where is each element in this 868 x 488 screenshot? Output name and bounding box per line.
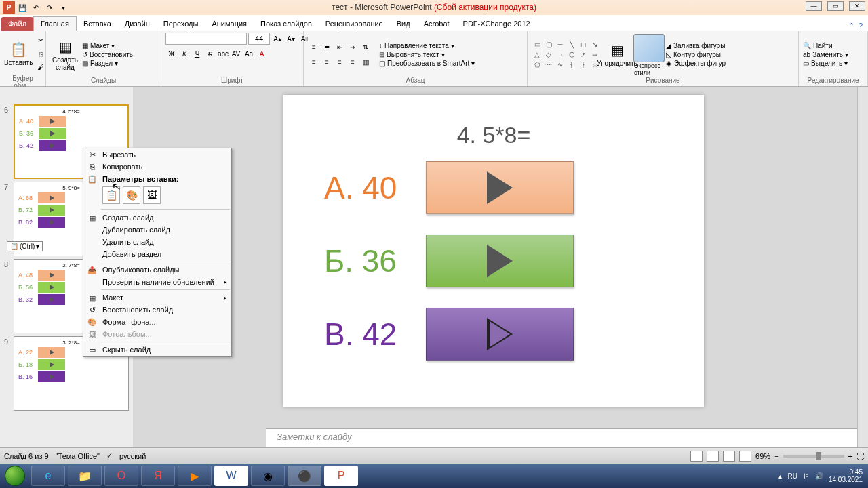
taskbar-chrome-icon[interactable]: ◉ <box>251 466 285 486</box>
reset-button[interactable]: ↺ Восстановить <box>82 51 133 58</box>
notes-pane[interactable]: Заметки к слайду <box>266 428 857 447</box>
tab-view[interactable]: Вид <box>390 17 417 30</box>
maximize-button[interactable]: ▭ <box>827 1 844 11</box>
section-button[interactable]: ▤ Раздел ▾ <box>82 60 133 67</box>
ctx-new-slide[interactable]: ▦Создать слайд <box>83 211 231 224</box>
answer-b-button[interactable] <box>426 235 574 287</box>
cut-icon[interactable]: ✂ <box>35 34 47 46</box>
ctx-publish-slides[interactable]: 📤Опубликовать слайды <box>83 264 231 276</box>
grow-font-icon[interactable]: A▴ <box>271 33 283 45</box>
ribbon-minimize-icon[interactable]: ⌃ <box>848 22 854 30</box>
zoom-in-icon[interactable]: + <box>848 452 852 460</box>
shapes-gallery[interactable]: ▭▢─╲◻↘ △◇○⬡↗⇒ ⬠〰∿{}☆ <box>532 40 600 70</box>
ctx-delete-slide[interactable]: Удалить слайд <box>83 236 231 248</box>
ctx-reset-slide[interactable]: ↺Восстановить слайд <box>83 304 231 316</box>
arrange-button[interactable]: ▦Упорядочить <box>602 34 632 76</box>
increase-indent-icon[interactable]: ⇥ <box>347 41 359 54</box>
taskbar-yandex-icon[interactable]: Я <box>141 466 175 486</box>
tab-pdfxchange[interactable]: PDF-XChange 2012 <box>456 17 537 30</box>
qat-dropdown-icon[interactable]: ▾ <box>57 1 69 14</box>
tab-review[interactable]: Рецензирование <box>319 17 390 30</box>
align-text-button[interactable]: ⊟ Выровнять текст ▾ <box>379 51 475 58</box>
paste-button[interactable]: 📋Вставить <box>4 33 33 75</box>
text-direction-button[interactable]: ↕ Направление текста ▾ <box>379 42 475 49</box>
paste-options-badge[interactable]: 📋 (Ctrl) ▾ <box>7 241 43 251</box>
italic-icon[interactable]: К <box>178 47 191 60</box>
tab-home[interactable]: Главная <box>33 16 77 31</box>
format-painter-icon[interactable]: 🖌 <box>35 61 47 73</box>
paste-picture-icon[interactable]: 🖼 <box>143 186 161 204</box>
font-color-icon[interactable]: A <box>256 47 268 60</box>
taskbar-opera-icon[interactable]: O <box>104 466 138 486</box>
select-button[interactable]: ▭ Выделить ▾ <box>803 60 848 67</box>
ctx-duplicate-slide[interactable]: Дублировать слайд <box>83 224 231 236</box>
columns-icon[interactable]: ▥ <box>359 56 372 68</box>
undo-icon[interactable]: ↶ <box>30 1 42 14</box>
ctx-add-section[interactable]: Добавить раздел <box>83 248 231 260</box>
replace-button[interactable]: ab Заменить ▾ <box>803 51 848 58</box>
reading-view-icon[interactable] <box>723 451 735 462</box>
minimize-button[interactable]: — <box>806 1 822 11</box>
tray-expand-icon[interactable]: ▴ <box>778 472 782 480</box>
ctx-check-updates[interactable]: Проверить наличие обновлений▸ <box>83 276 231 288</box>
smartart-button[interactable]: ◫ Преобразовать в SmartArt ▾ <box>379 60 475 67</box>
app-icon[interactable]: P <box>3 1 15 14</box>
align-center-icon[interactable]: ≡ <box>321 56 333 68</box>
normal-view-icon[interactable] <box>690 451 703 462</box>
status-spellcheck-icon[interactable]: ✓ <box>106 451 113 460</box>
tray-flag-icon[interactable]: 🏳 <box>803 472 810 480</box>
ctx-copy[interactable]: ⎘Копировать <box>83 161 231 173</box>
sorter-view-icon[interactable] <box>707 451 719 462</box>
ctx-format-background[interactable]: 🎨Формат фона... <box>83 316 231 328</box>
bold-icon[interactable]: Ж <box>165 47 178 60</box>
taskbar-obs-icon[interactable]: ⚫ <box>288 466 321 486</box>
strikethrough-icon[interactable]: S̶ <box>204 47 216 60</box>
quick-styles-button[interactable]: Экспресс-стили <box>634 34 664 76</box>
new-slide-button[interactable]: ▦Создать слайд <box>50 34 80 76</box>
taskbar-player-icon[interactable]: ▶ <box>178 466 212 486</box>
redo-icon[interactable]: ↷ <box>43 1 56 14</box>
shape-effects-button[interactable]: ◉ Эффекты фигур <box>666 60 726 67</box>
taskbar-word-icon[interactable]: W <box>214 466 248 486</box>
taskbar-explorer-icon[interactable]: 📁 <box>68 466 102 486</box>
answer-a-button[interactable] <box>426 161 574 214</box>
align-right-icon[interactable]: ≡ <box>334 56 346 68</box>
paste-keep-source-icon[interactable]: 📋 <box>102 186 120 204</box>
help-icon[interactable]: ? <box>859 22 863 30</box>
justify-icon[interactable]: ≡ <box>347 56 359 68</box>
shape-fill-button[interactable]: ◢ Заливка фигуры <box>666 42 726 49</box>
tab-design[interactable]: Дизайн <box>118 17 157 30</box>
tray-network-icon[interactable]: 🔊 <box>815 472 823 480</box>
taskbar-ie-icon[interactable]: e <box>31 466 65 486</box>
font-size-input[interactable] <box>248 33 270 45</box>
ctx-cut[interactable]: ✂Вырезать <box>83 148 231 161</box>
layout-button[interactable]: ▦ Макет ▾ <box>82 42 133 49</box>
answer-c-button[interactable] <box>426 308 574 361</box>
tray-lang[interactable]: RU <box>787 472 797 480</box>
tab-acrobat[interactable]: Acrobat <box>417 17 456 30</box>
spacing-icon[interactable]: AV <box>230 47 242 60</box>
vertical-scrollbar[interactable] <box>857 87 868 447</box>
start-button[interactable] <box>0 464 30 488</box>
zoom-out-icon[interactable]: − <box>774 452 778 460</box>
tab-transitions[interactable]: Переходы <box>157 17 205 30</box>
shrink-font-icon[interactable]: A▾ <box>285 33 297 45</box>
decrease-indent-icon[interactable]: ⇤ <box>334 41 346 54</box>
tab-insert[interactable]: Вставка <box>77 17 118 30</box>
fit-window-icon[interactable]: ⛶ <box>856 452 864 460</box>
numbering-icon[interactable]: ≣ <box>321 41 333 54</box>
case-icon[interactable]: Aa <box>243 47 255 60</box>
close-button[interactable]: ✕ <box>849 1 865 11</box>
slideshow-view-icon[interactable] <box>739 451 751 462</box>
slide-content[interactable]: 4. 5*8= А. 40 Б. 36 В. 42 <box>283 95 704 407</box>
tray-clock[interactable]: 0:4514.03.2021 <box>829 468 863 483</box>
taskbar-powerpoint-icon[interactable]: P <box>324 466 358 486</box>
paste-use-theme-icon[interactable]: 🎨 <box>123 186 140 204</box>
status-language[interactable]: русский <box>119 452 146 460</box>
ctx-layout[interactable]: ▦Макет▸ <box>83 291 231 304</box>
align-left-icon[interactable]: ≡ <box>308 56 320 68</box>
zoom-slider[interactable] <box>783 455 844 458</box>
tab-animations[interactable]: Анимация <box>205 17 254 30</box>
shape-outline-button[interactable]: ◺ Контур фигуры <box>666 51 726 58</box>
ctx-hide-slide[interactable]: ▭Скрыть слайд <box>83 344 231 356</box>
